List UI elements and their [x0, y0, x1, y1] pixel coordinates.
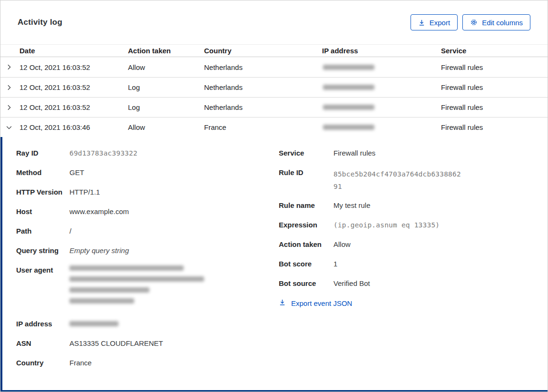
- cell-date: 12 Oct, 2021 16:03:52: [18, 83, 128, 91]
- table-row-expanded[interactable]: 12 Oct, 2021 16:03:46 Allow France Firew…: [0, 117, 548, 137]
- detail-right-column: Service Firewall rules Rule ID 85bce5b20…: [279, 148, 548, 378]
- cell-country: Netherlands: [204, 103, 322, 111]
- column-header-ip: IP address: [322, 47, 441, 55]
- table-row[interactable]: 12 Oct, 2021 16:03:52 Log Netherlands Fi…: [0, 97, 548, 117]
- detail-row-bot-source: Bot source Verified Bot: [279, 279, 548, 288]
- detail-row-http-version: HTTP Version HTTP/1.1: [16, 187, 279, 197]
- topbar: Activity log Export Edit columns: [0, 0, 548, 44]
- redacted-ip: [323, 85, 374, 90]
- cell-action: Log: [128, 103, 204, 111]
- page-title: Activity log: [18, 18, 62, 27]
- cell-date: 12 Oct, 2021 16:03:52: [18, 63, 128, 71]
- redacted-user-agent: [69, 265, 279, 309]
- detail-row-ray-id: Ray ID 69d13783ac393322: [16, 148, 279, 158]
- column-header-service: Service: [441, 47, 548, 55]
- redacted-ip: [323, 105, 374, 110]
- redacted-ip: [323, 125, 374, 130]
- cell-action: Log: [128, 83, 204, 91]
- chevron-down-icon[interactable]: [0, 124, 18, 131]
- redacted-ip: [323, 65, 374, 70]
- cell-action: Allow: [128, 123, 204, 131]
- detail-row-asn: ASN AS13335 CLOUDFLARENET: [16, 339, 279, 348]
- detail-row-method: Method GET: [16, 168, 279, 177]
- activity-log-panel: Activity log Export Edit columns Date Ac…: [0, 0, 548, 392]
- cell-action: Allow: [128, 63, 204, 71]
- cell-country: France: [204, 123, 322, 131]
- export-button-label: Export: [430, 19, 450, 27]
- chevron-right-icon[interactable]: [0, 64, 18, 70]
- event-detail-panel: Ray ID 69d13783ac393322 Method GET HTTP …: [0, 137, 548, 392]
- chevron-right-icon[interactable]: [0, 84, 18, 91]
- detail-row-service: Service Firewall rules: [279, 148, 548, 158]
- export-event-json-label: Export event JSON: [291, 299, 352, 307]
- export-event-json-link[interactable]: Export event JSON: [279, 299, 352, 307]
- toolbar-actions: Export Edit columns: [411, 14, 530, 30]
- cell-service: Firewall rules: [441, 83, 548, 91]
- cell-country: Netherlands: [204, 63, 322, 71]
- detail-row-ip-address: IP address: [16, 319, 279, 329]
- cell-country: Netherlands: [204, 83, 322, 91]
- column-header-date: Date: [18, 47, 128, 55]
- cell-ip: [322, 85, 441, 90]
- cell-service: Firewall rules: [441, 103, 548, 111]
- cell-service: Firewall rules: [441, 63, 548, 71]
- download-icon: [418, 19, 425, 26]
- cell-ip: [322, 105, 441, 110]
- export-button[interactable]: Export: [411, 14, 458, 30]
- edit-columns-button[interactable]: Edit columns: [462, 14, 530, 30]
- gear-icon: [470, 19, 478, 26]
- column-header-action: Action taken: [128, 47, 204, 55]
- cell-date: 12 Oct, 2021 16:03:52: [18, 103, 128, 111]
- cell-service: Firewall rules: [441, 123, 548, 131]
- detail-row-action-taken: Action taken Allow: [279, 240, 548, 249]
- detail-row-user-agent: User agent: [16, 265, 279, 309]
- cell-ip: [322, 125, 441, 130]
- chevron-right-icon[interactable]: [0, 104, 18, 111]
- detail-row-query-string: Query string Empty query string: [16, 246, 279, 255]
- table-row[interactable]: 12 Oct, 2021 16:03:52 Allow Netherlands …: [0, 57, 548, 77]
- detail-row-bot-score: Bot score 1: [279, 259, 548, 269]
- detail-row-expression: Expression (ip.geoip.asnum eq 13335): [279, 220, 548, 230]
- detail-row-country: Country France: [16, 358, 279, 368]
- table-header: Date Action taken Country IP address Ser…: [0, 44, 548, 57]
- detail-left-column: Ray ID 69d13783ac393322 Method GET HTTP …: [16, 148, 279, 378]
- table-row[interactable]: 12 Oct, 2021 16:03:52 Log Netherlands Fi…: [0, 77, 548, 97]
- redacted-ip: [69, 321, 118, 326]
- detail-row-host: Host www.example.com: [16, 207, 279, 216]
- column-header-country: Country: [204, 47, 322, 55]
- detail-row-rule-name: Rule name My test rule: [279, 201, 548, 210]
- detail-row-path: Path /: [16, 226, 279, 236]
- cell-ip: [322, 65, 441, 70]
- detail-row-rule-id: Rule ID 85bce5b204cf4703a764dcb633886291: [279, 168, 548, 193]
- cell-date: 12 Oct, 2021 16:03:46: [18, 123, 128, 131]
- download-icon: [279, 299, 286, 307]
- edit-columns-button-label: Edit columns: [482, 19, 523, 27]
